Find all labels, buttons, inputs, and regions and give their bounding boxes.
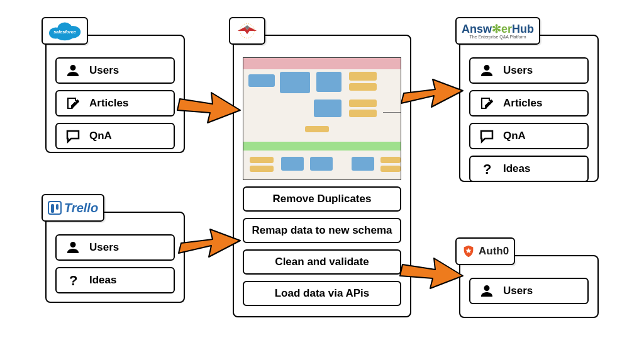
item-label: Users [89,241,119,254]
chat-icon [478,128,496,144]
item-label: Users [503,64,533,77]
answerhub-logo-icon: Answ✻erHub [462,23,534,35]
chat-icon [64,128,82,144]
fme-logo-icon [235,21,259,41]
question-icon: ? [478,161,496,176]
step-remove-duplicates: Remove Duplicates [243,186,401,212]
item-label: Ideas [89,274,116,287]
user-icon [478,63,496,78]
salesforce-item-qna: QnA [55,123,175,149]
step-label: Remove Duplicates [273,193,372,205]
auth0-panel: Auth0 Users [459,255,599,318]
workflow-screenshot [243,57,401,180]
step-remap: Remap data to new schema [243,218,401,243]
answerhub-item-users: Users [469,57,589,84]
item-label: Users [89,64,119,77]
salesforce-item-articles: Articles [55,90,175,117]
salesforce-item-users: Users [55,57,175,84]
auth0-logo-icon: Auth0 [462,244,509,258]
center-transform-panel: Remove Duplicates Remap data to new sche… [233,35,411,317]
svg-text:salesforce: salesforce [53,29,76,35]
salesforce-logo-chip: salesforce [42,17,88,45]
svg-marker-8 [177,93,240,123]
user-icon [64,240,82,255]
answerhub-item-ideas: ? Ideas [469,156,589,182]
svg-text:?: ? [483,161,491,176]
trello-panel: Trello Users ? Ideas [45,212,185,303]
salesforce-panel: salesforce Users Articles QnA [45,35,185,153]
item-label: Users [503,285,533,297]
trello-item-ideas: ? Ideas [55,267,175,293]
edit-icon [64,96,82,111]
user-icon [478,283,496,299]
svg-marker-9 [179,229,240,257]
question-icon: ? [64,273,82,288]
step-label: Remap data to new schema [252,224,392,237]
item-label: Articles [89,97,128,110]
item-label: QnA [503,130,526,142]
answerhub-item-qna: QnA [469,123,589,149]
auth0-item-users: Users [469,278,589,304]
item-label: Articles [503,97,542,110]
answerhub-logo-chip: Answ✻erHub The Enterprise Q&A Platform [455,17,540,45]
svg-text:?: ? [69,273,77,288]
trello-logo-icon: Trello [48,201,98,215]
step-label: Clean and validate [275,256,369,268]
user-icon [64,63,82,78]
salesforce-cloud-icon: salesforce [48,20,82,42]
answerhub-tagline: The Enterprise Q&A Platform [469,35,526,39]
auth0-logo-chip: Auth0 [455,237,515,265]
trello-item-users: Users [55,234,175,261]
edit-icon [478,96,496,111]
step-label: Load data via APis [275,287,370,300]
fme-logo-chip [229,17,265,45]
item-label: Ideas [503,162,530,175]
trello-logo-chip: Trello [42,194,104,222]
diagram-stage: salesforce Users Articles QnA Tr [0,0,644,364]
item-label: QnA [89,130,112,142]
answerhub-item-articles: Articles [469,90,589,117]
step-clean-validate: Clean and validate [243,249,401,275]
step-load-apis: Load data via APis [243,281,401,306]
answerhub-panel: Answ✻erHub The Enterprise Q&A Platform U… [459,35,599,182]
